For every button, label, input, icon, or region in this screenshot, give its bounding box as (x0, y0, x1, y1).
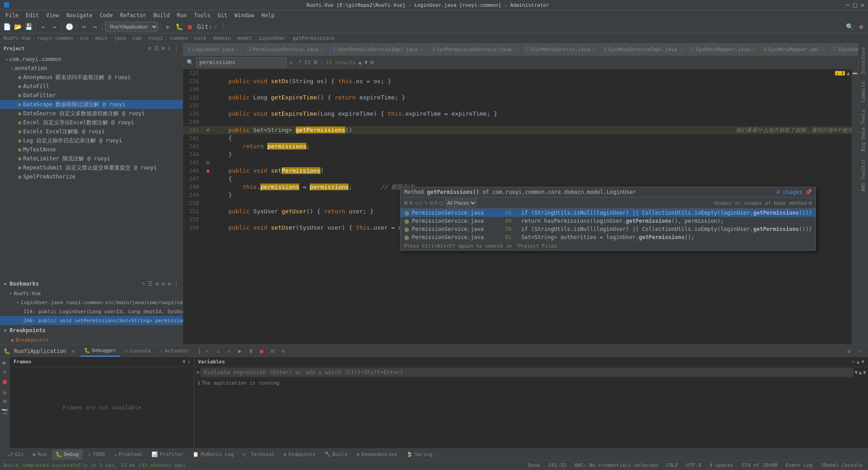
breadcrumb-item-3[interactable]: src (80, 35, 89, 41)
step-out-button[interactable]: ↑ (225, 347, 234, 356)
bookmarks-header[interactable]: ▾ Bookmarks ✎ ☰ ⊞ ⊟ ⚙ ⋮ (0, 279, 183, 289)
menu-git[interactable]: Git (214, 10, 231, 20)
tab-sysmenumapper-xml[interactable]: X SysMenuMapper.xml ✕ (759, 43, 829, 56)
menu-window[interactable]: Window (231, 10, 258, 20)
camera-button[interactable]: 📷 (1, 408, 8, 414)
tree-item-annotation[interactable]: ▾ annotation (0, 64, 183, 73)
event-log-button[interactable]: Event Log (784, 462, 815, 468)
big-data-tools-label[interactable]: Big Data Tools (859, 106, 867, 155)
tree-item-datasource[interactable]: ● DataSource 自定义多数据源切换注解 @ ruoyi (0, 109, 183, 118)
popup-row-3[interactable]: ⬤ PermissionService.java 76 if (StringUt… (401, 225, 816, 233)
sort-frames-button[interactable]: ↕ (187, 359, 190, 365)
up-scroll-button[interactable]: ▲ (859, 369, 862, 376)
tree-item-excels[interactable]: ● Excels Excel注解集 @ ruoyi (0, 127, 183, 136)
dots-icon[interactable]: ⋮ (174, 45, 179, 52)
case-sensitive-button[interactable]: Cc (305, 59, 311, 66)
tab-permissionservice[interactable]: J PermissionService.java ✕ (244, 43, 328, 56)
debug-tab-actuator[interactable]: ⚡ Actuator (156, 346, 193, 357)
problems-tool-button[interactable]: ⚠ Problems (110, 450, 146, 460)
popup-row-4[interactable]: ⬤ PermissionService.java 81 Set<String> … (401, 233, 816, 241)
gear-icon[interactable]: ⚙ (148, 45, 151, 52)
todo-tool-button[interactable]: ✓ TODO (85, 450, 108, 460)
aws-toolkit-label[interactable]: AWS Toolkit (859, 155, 867, 195)
app-select-dropdown[interactable]: RuoYiApplication (105, 22, 158, 32)
stop-button[interactable]: ■ (185, 22, 195, 32)
tree-item-log[interactable]: ● Log 自定义操作日志记录注解 @ ruoyi (0, 136, 183, 145)
open-button[interactable]: 📂 (13, 22, 23, 32)
popup-preview-icon[interactable]: ⊡ (429, 200, 433, 206)
bookmarks-collapse-icon[interactable]: ⊟ (162, 281, 165, 287)
breakpoints-header[interactable]: ▾ Breakpoints (0, 325, 183, 335)
popup-collapse-icon[interactable]: ⊟ (409, 200, 412, 206)
close-button[interactable]: ✕ (861, 1, 864, 9)
stop-sidebar-button[interactable]: ■ (3, 378, 6, 385)
tab-sysmenuservice[interactable]: J SysMenuServiceImpl.java ✕ (599, 43, 687, 56)
jrebel-console-button[interactable]: JRebel Console (819, 462, 864, 468)
profiler-tool-button[interactable]: 📊 Profiler (148, 450, 187, 460)
cursor-position[interactable]: 241:32 (546, 462, 568, 468)
tree-item-datafilter[interactable]: ● DataFilter (0, 91, 183, 100)
breadcrumb-item-13[interactable]: getPermissions (292, 35, 335, 41)
tab-close-button[interactable]: ✕ (751, 47, 754, 52)
search-options-button[interactable]: ⊞ (370, 59, 373, 66)
watch-button[interactable]: 👁 (2, 399, 8, 405)
popup-edit-icon[interactable]: ✎ (425, 200, 428, 206)
run-button[interactable]: ▶ (163, 22, 173, 32)
menu-help[interactable]: Help (258, 10, 278, 20)
memory-indicator[interactable]: 574 of 2048M (740, 462, 779, 468)
tab-loginuser[interactable]: J LoginUser.java ✕ (183, 43, 244, 56)
structure-label[interactable]: Structure (859, 43, 867, 78)
forward-button[interactable]: → (49, 22, 59, 32)
menu-run[interactable]: Run (173, 10, 190, 20)
debug-button[interactable]: 🐛 (174, 22, 184, 32)
tab-isysmenu[interactable]: I ISysMenuService.java ✕ (521, 43, 599, 56)
expand-icon[interactable]: ⊞ (162, 45, 165, 52)
aws-credentials[interactable]: AWS: No credentials selected (572, 462, 660, 468)
build-tool-button[interactable]: 🔨 Build (321, 450, 351, 460)
tab-close-button[interactable]: ✕ (821, 47, 824, 52)
bookmarks-dots-icon[interactable]: ⋮ (174, 281, 179, 287)
tree-item-ratelimiter[interactable]: ● RateLimiter 限流注解 @ ruoyi (0, 154, 183, 163)
popup-settings-icon[interactable]: ⚙ (809, 200, 812, 206)
new-file-button[interactable]: 📄 (2, 22, 12, 32)
breadcrumb-item-1[interactable]: RuoYi-Vue (4, 35, 31, 41)
add-watch-icon[interactable]: ⊕ (196, 369, 199, 376)
tab-close-button[interactable]: ✕ (420, 47, 422, 52)
sort-icon[interactable]: ↕ (168, 45, 171, 52)
add-watch-button[interactable]: + (852, 359, 855, 365)
up-button[interactable]: ▲ (857, 359, 860, 365)
mute-breakpoints-button[interactable]: ⊘ (279, 347, 288, 356)
endpoints-tool-button[interactable]: ⊕ Endpoints (280, 450, 319, 460)
tab-close-button[interactable]: ✕ (513, 47, 516, 52)
menu-tools[interactable]: Tools (190, 10, 214, 20)
tree-item-mytestanno[interactable]: ● MyTestAnno (0, 145, 183, 154)
pause-button[interactable]: ⏸ (246, 347, 255, 356)
tab-syspermission[interactable]: J SysPermissionService.java ✕ (427, 43, 521, 56)
git-update-button[interactable]: Git: (200, 22, 210, 32)
search-input[interactable] (196, 57, 287, 67)
settings-sidebar-button[interactable]: ⚙ (3, 390, 6, 396)
breadcrumb-item-4[interactable]: main (95, 35, 108, 41)
expand-warnings-button[interactable]: ▲ (847, 70, 850, 76)
breadcrumb-item-12[interactable]: LoginUser (259, 35, 286, 41)
minimize-button[interactable]: ─ (846, 1, 849, 9)
terminal-tool-button[interactable]: >_ Terminal (239, 450, 278, 460)
mybatis-log-tool-button[interactable]: 📋 MyBatis Log (189, 450, 237, 460)
popup-scope-dropdown[interactable]: All Places (445, 198, 477, 207)
step-over-button[interactable]: ↷ (203, 347, 212, 356)
code-editor[interactable]: 225 226 public void setOs(String os) { t… (183, 69, 858, 344)
bookmarks-gear-icon[interactable]: ⚙ (168, 281, 171, 287)
regex-search-button[interactable]: .* (295, 59, 302, 66)
next-result-button[interactable]: ▼ (364, 59, 368, 66)
breadcrumb-item-10[interactable]: domain (213, 35, 231, 41)
view-breakpoints-button[interactable]: ⊡ (268, 347, 277, 356)
tree-item-anonymous[interactable]: ● Anonymous 匿名访问不盗权注解 @ ruoyi (0, 73, 183, 82)
tab-isysuserservice[interactable]: I ISysUserService.java ✕ (829, 43, 858, 56)
popup-expand-icon[interactable]: ⊞ (404, 200, 407, 206)
evaluate-input[interactable] (200, 368, 854, 377)
bookmark-loginuser[interactable]: ▾ LoginUser.java ruoyi-common-src/main/j… (0, 298, 183, 307)
settings-debug-button[interactable]: ⚙ (844, 347, 854, 356)
popup-row-2[interactable]: ⬤ PermissionService.java 49 return hasPe… (401, 217, 816, 225)
breadcrumb-item-8[interactable]: common (170, 35, 188, 41)
settings-button[interactable]: ⚙ (856, 22, 866, 32)
